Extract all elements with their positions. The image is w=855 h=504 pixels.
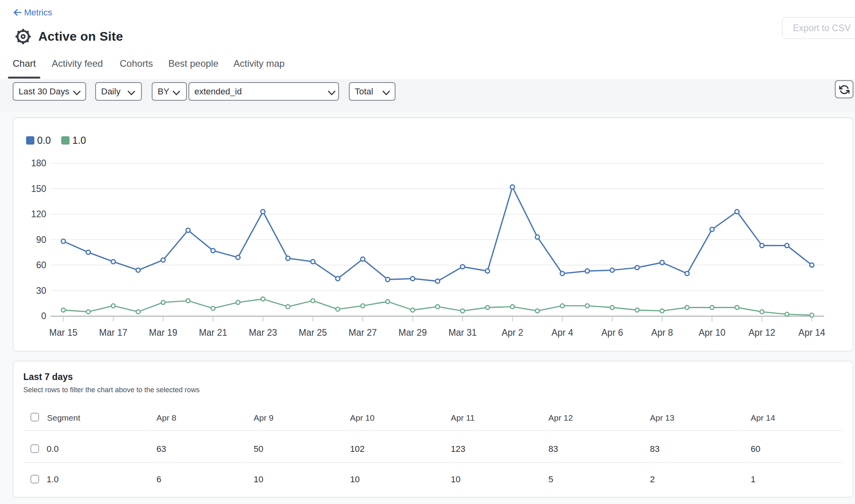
svg-text:150: 150: [31, 184, 46, 194]
svg-text:Mar 23: Mar 23: [249, 327, 277, 338]
svg-text:Mar 21: Mar 21: [199, 327, 227, 338]
svg-text:30: 30: [36, 286, 46, 296]
svg-text:Apr 2: Apr 2: [501, 327, 523, 338]
svg-text:Mar 17: Mar 17: [99, 327, 128, 338]
svg-text:Mar 15: Mar 15: [49, 327, 78, 338]
svg-text:Apr 6: Apr 6: [601, 327, 623, 338]
svg-text:Apr 14: Apr 14: [799, 327, 825, 338]
svg-text:Mar 27: Mar 27: [348, 327, 377, 338]
svg-text:Mar 25: Mar 25: [299, 327, 327, 338]
svg-text:60: 60: [36, 260, 46, 270]
svg-text:Mar 29: Mar 29: [399, 327, 427, 338]
svg-text:90: 90: [36, 235, 46, 245]
svg-text:Mar 19: Mar 19: [149, 327, 177, 338]
svg-text:Apr 8: Apr 8: [651, 327, 673, 338]
svg-text:180: 180: [31, 158, 46, 168]
svg-text:Apr 12: Apr 12: [749, 327, 776, 338]
svg-text:Mar 31: Mar 31: [448, 327, 477, 338]
svg-text:0: 0: [41, 311, 46, 321]
svg-text:120: 120: [31, 209, 46, 219]
svg-text:Apr 4: Apr 4: [552, 327, 573, 338]
svg-text:Apr 10: Apr 10: [699, 327, 725, 338]
